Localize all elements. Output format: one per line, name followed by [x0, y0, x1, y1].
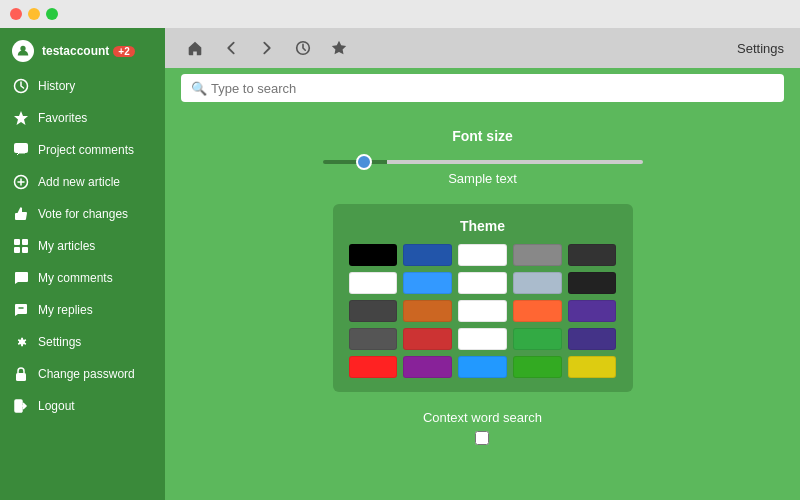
theme-swatch[interactable] [349, 300, 398, 322]
back-button[interactable] [217, 34, 245, 62]
font-size-slider-container [323, 152, 643, 167]
clock-icon [12, 77, 30, 95]
theme-swatch[interactable] [403, 356, 452, 378]
reply-icon [12, 301, 30, 319]
theme-swatch[interactable] [513, 328, 562, 350]
bubble-icon [12, 269, 30, 287]
font-size-slider[interactable] [323, 160, 643, 164]
sidebar-item-change-password[interactable]: Change password [0, 358, 165, 390]
theme-swatch[interactable] [458, 300, 507, 322]
search-input[interactable] [181, 74, 784, 102]
theme-swatch[interactable] [513, 244, 562, 266]
theme-swatch[interactable] [349, 244, 398, 266]
svg-rect-6 [22, 239, 28, 245]
history-button[interactable] [289, 34, 317, 62]
theme-swatch[interactable] [568, 244, 617, 266]
username: testaccount [42, 44, 109, 58]
svg-rect-7 [14, 247, 20, 253]
font-size-label: Font size [452, 128, 513, 144]
grid-icon [12, 237, 30, 255]
avatar [12, 40, 34, 62]
plus-circle-icon [12, 173, 30, 191]
svg-rect-10 [15, 400, 22, 412]
theme-swatch[interactable] [403, 300, 452, 322]
maximize-button[interactable] [46, 8, 58, 20]
content-area: Font size Sample text Theme Context word… [165, 108, 800, 500]
user-badge: +2 [113, 46, 134, 57]
context-section: Context word search [423, 410, 542, 448]
logout-icon [12, 397, 30, 415]
home-button[interactable] [181, 34, 209, 62]
theme-swatch[interactable] [403, 272, 452, 294]
search-icon: 🔍 [191, 81, 207, 96]
context-word-search-label: Context word search [423, 410, 542, 425]
theme-swatch[interactable] [458, 356, 507, 378]
theme-label: Theme [349, 218, 617, 234]
sidebar-item-settings[interactable]: Settings [0, 326, 165, 358]
minimize-button[interactable] [28, 8, 40, 20]
toolbar: Settings [165, 28, 800, 68]
thumbsup-icon [12, 205, 30, 223]
sidebar-user: testaccount +2 [0, 32, 165, 70]
theme-swatch[interactable] [568, 328, 617, 350]
theme-swatch[interactable] [513, 272, 562, 294]
close-button[interactable] [10, 8, 22, 20]
searchbar-container: 🔍 [165, 68, 800, 108]
theme-grid [349, 244, 617, 378]
sidebar-item-add-article[interactable]: Add new article [0, 166, 165, 198]
sidebar: testaccount +2 History Favorites Project… [0, 28, 165, 500]
lock-icon [12, 365, 30, 383]
theme-swatch[interactable] [513, 356, 562, 378]
svg-rect-5 [14, 239, 20, 245]
forward-button[interactable] [253, 34, 281, 62]
theme-swatch[interactable] [458, 244, 507, 266]
svg-marker-2 [14, 111, 28, 125]
settings-toolbar-label: Settings [737, 41, 784, 56]
sidebar-item-project-comments[interactable]: Project comments [0, 134, 165, 166]
starred-button[interactable] [325, 34, 353, 62]
main-content: Settings 🔍 Font size Sample text Theme [165, 28, 800, 500]
traffic-lights [10, 8, 58, 20]
theme-swatch[interactable] [568, 356, 617, 378]
theme-box: Theme [333, 204, 633, 392]
sidebar-item-my-articles[interactable]: My articles [0, 230, 165, 262]
theme-swatch[interactable] [403, 328, 452, 350]
theme-swatch[interactable] [403, 244, 452, 266]
svg-rect-9 [16, 373, 26, 381]
theme-swatch[interactable] [349, 272, 398, 294]
theme-swatch[interactable] [458, 272, 507, 294]
theme-swatch[interactable] [568, 300, 617, 322]
theme-swatch[interactable] [513, 300, 562, 322]
sidebar-item-my-replies[interactable]: My replies [0, 294, 165, 326]
theme-swatch[interactable] [458, 328, 507, 350]
sample-text: Sample text [448, 171, 517, 186]
svg-rect-3 [14, 143, 28, 153]
theme-swatch[interactable] [349, 328, 398, 350]
titlebar [0, 0, 800, 28]
star-icon [12, 109, 30, 127]
svg-rect-8 [22, 247, 28, 253]
comment-icon [12, 141, 30, 159]
sidebar-item-history[interactable]: History [0, 70, 165, 102]
gear-icon [12, 333, 30, 351]
sidebar-item-my-comments[interactable]: My comments [0, 262, 165, 294]
sidebar-item-favorites[interactable]: Favorites [0, 102, 165, 134]
context-word-search-checkbox[interactable] [475, 431, 489, 445]
sidebar-item-vote[interactable]: Vote for changes [0, 198, 165, 230]
theme-swatch[interactable] [349, 356, 398, 378]
sidebar-item-logout[interactable]: Logout [0, 390, 165, 422]
theme-swatch[interactable] [568, 272, 617, 294]
